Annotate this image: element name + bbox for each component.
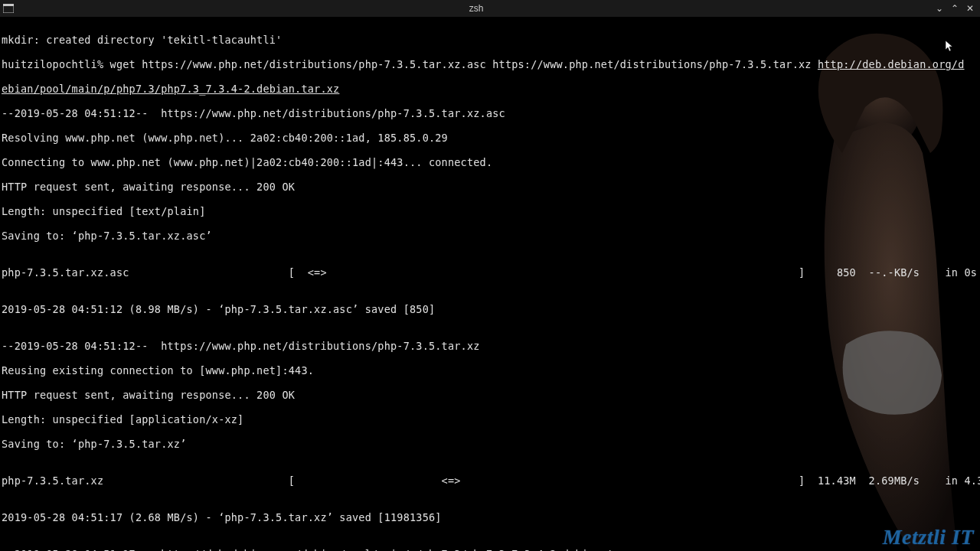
output-line: ebian/pool/main/p/php7.3/php7.3_7.3.4-2.… xyxy=(2,83,978,95)
minimize-button[interactable]: ⌄ xyxy=(936,3,943,14)
window-title: zsh xyxy=(17,3,936,14)
output-line: --2019-05-28 04:51:12-- https://www.php.… xyxy=(2,340,978,352)
output-line: Connecting to www.php.net (www.php.net)|… xyxy=(2,156,978,168)
close-button[interactable]: ✕ xyxy=(966,3,974,14)
output-line: Length: unspecified [application/x-xz] xyxy=(2,413,978,425)
output-line: HTTP request sent, awaiting response... … xyxy=(2,389,978,401)
output-line: huitzilopochtli% wget https://www.php.ne… xyxy=(2,58,978,70)
terminal-output[interactable]: mkdir: created directory 'tekitl-tlacauh… xyxy=(0,17,980,551)
output-line: 2019-05-28 04:51:17 (2.68 MB/s) - ‘php-7… xyxy=(2,511,978,523)
output-line: --2019-05-28 04:51:17-- http://deb.debia… xyxy=(2,548,978,551)
maximize-button[interactable]: ⌃ xyxy=(951,3,959,14)
output-line: --2019-05-28 04:51:12-- https://www.php.… xyxy=(2,107,978,119)
text: huitzilopochtli% wget https://www.php.ne… xyxy=(2,58,818,70)
window-controls: ⌄ ⌃ ✕ xyxy=(936,3,980,14)
progress-line: php-7.3.5.tar.xz.asc [ <=> ] 850 --.-KB/… xyxy=(2,266,978,279)
svg-rect-1 xyxy=(3,4,14,6)
output-line: Resolving www.php.net (www.php.net)... 2… xyxy=(2,132,978,144)
terminal-app-icon xyxy=(0,4,17,13)
url-link[interactable]: ebian/pool/main/p/php7.3/php7.3_7.3.4-2.… xyxy=(2,83,339,95)
output-line: Saving to: ‘php-7.3.5.tar.xz.asc’ xyxy=(2,230,978,242)
output-line: 2019-05-28 04:51:12 (8.98 MB/s) - ‘php-7… xyxy=(2,303,978,315)
output-line: Reusing existing connection to [www.php.… xyxy=(2,364,978,377)
progress-line: php-7.3.5.tar.xz [ <=> ] 11.43M 2.69MB/s… xyxy=(2,474,978,487)
output-line: HTTP request sent, awaiting response... … xyxy=(2,181,978,193)
output-line: Saving to: ‘php-7.3.5.tar.xz’ xyxy=(2,438,978,450)
url-link[interactable]: http://deb.debian.org/d xyxy=(818,58,965,70)
output-line: mkdir: created directory 'tekitl-tlacauh… xyxy=(2,34,978,46)
output-line: Length: unspecified [text/plain] xyxy=(2,205,978,217)
window-titlebar: zsh ⌄ ⌃ ✕ xyxy=(0,0,980,17)
